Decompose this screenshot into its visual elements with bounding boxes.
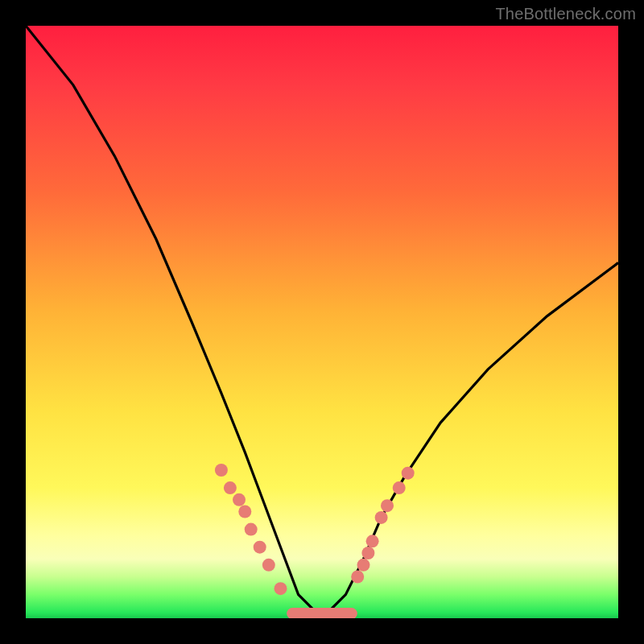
marker-dot <box>351 571 364 584</box>
marker-dot <box>215 464 228 477</box>
marker-dot <box>366 535 379 547</box>
marker-dot <box>275 582 287 595</box>
marker-dot <box>233 493 246 506</box>
marker-dot <box>402 467 415 480</box>
marker-dot <box>245 523 258 536</box>
marker-dot <box>262 559 275 572</box>
marker-dot <box>381 499 394 512</box>
marker-dot <box>375 511 388 524</box>
marker-dot <box>224 481 237 494</box>
bottleneck-curve <box>26 26 618 618</box>
marker-dot <box>238 506 251 518</box>
plot-area <box>26 26 618 618</box>
marker-dot <box>393 481 406 494</box>
watermark-text: TheBottleneck.com <box>495 5 636 23</box>
left-branch-markers <box>215 464 287 595</box>
right-branch-markers <box>351 467 415 584</box>
marker-dot <box>254 541 266 554</box>
marker-dot <box>361 547 374 559</box>
chart-frame: TheBottleneck.com <box>0 0 644 644</box>
curve-layer <box>26 26 618 618</box>
marker-dot <box>357 559 370 572</box>
